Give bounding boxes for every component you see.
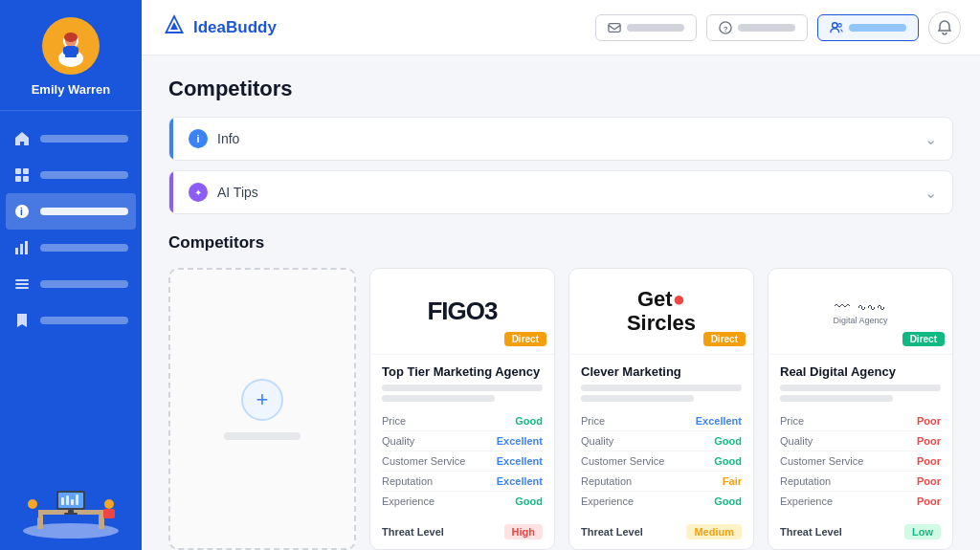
header: IdeaBuddy ? [142,0,980,55]
realdigital-desc-bar-2 [780,395,893,402]
sidebar-nav: i [0,111,142,464]
getsircles-name: Clever Marketing [581,364,742,379]
chart-icon [13,239,31,256]
figo3-direct-badge: Direct [504,332,546,346]
svg-text:?: ? [724,24,728,33]
help-icon: ? [719,21,732,34]
logo-icon [161,12,188,43]
realdigital-metric-price: Price Poor [780,411,941,431]
figo3-desc-bar-2 [382,395,495,402]
realdigital-logo-area: 〰 ∿∿∿ Digital Agency Direct [768,269,952,355]
list-icon [13,275,31,293]
sidebar-profile: Emily Warren [0,0,142,111]
mail-button[interactable] [595,14,697,41]
sidebar-illustration [13,464,128,540]
info-panel: i Info ⌄ [168,117,953,161]
logo: IdeaBuddy [161,12,277,43]
svg-rect-35 [71,499,74,505]
getsircles-logo-area: Get● Sircles Direct [569,269,753,355]
sidebar-username: Emily Warren [32,82,111,97]
realdigital-metric-customer-service: Customer Service Poor [780,451,941,472]
getsircles-metrics: Price Excellent Quality Good Customer Se… [581,411,742,511]
add-button[interactable]: + [241,379,283,421]
page-content: Competitors i Info ⌄ ✦ AI Tips ⌄ Competi… [142,55,980,550]
users-button[interactable] [817,14,919,41]
getsircles-logo: Get● Sircles [627,288,696,334]
notifications-button[interactable] [928,11,961,44]
svg-point-29 [28,499,37,509]
realdigital-card-body: Real Digital Agency Price Poor Quality P… [768,355,952,549]
bell-icon [937,20,952,35]
getsircles-direct-badge: Direct [703,332,746,346]
sidebar-item-info[interactable]: i [6,193,136,230]
ai-tips-panel-header[interactable]: ✦ AI Tips ⌄ [169,171,952,213]
add-label-bar [224,432,301,440]
users-icon [830,21,843,34]
svg-rect-18 [15,279,29,281]
info-panel-header[interactable]: i Info ⌄ [169,118,952,160]
svg-rect-32 [103,509,115,518]
figo3-metrics: Price Good Quality Excellent Customer Se… [382,411,543,511]
svg-rect-36 [76,495,78,505]
logo-text: IdeaBuddy [193,18,277,37]
header-actions: ? [595,11,961,44]
info-chevron-icon: ⌄ [924,130,937,148]
figo3-logo-area: FIGO3 Direct [370,269,554,355]
realdigital-logo: 〰 ∿∿∿ Digital Agency [833,298,887,325]
sidebar-item-home[interactable] [0,121,142,157]
svg-rect-15 [15,248,18,254]
bookmark-icon [13,312,31,329]
svg-rect-11 [15,176,21,182]
getsircles-desc-bar-1 [581,385,742,391]
competitor-card-getsircles: Get● Sircles Direct Clever Marketing Pri… [568,268,754,550]
sidebar-item-grid[interactable] [0,157,142,193]
sidebar-item-list[interactable] [0,266,142,302]
competitor-card-figo3: FIGO3 Direct Top Tier Marketing Agency P… [369,268,555,550]
ai-tips-panel: ✦ AI Tips ⌄ [168,170,953,214]
figo3-name: Top Tier Marketing Agency [382,364,543,379]
realdigital-desc-bar-1 [780,385,941,391]
realdigital-direct-badge: Direct [902,332,945,346]
ai-tips-label: AI Tips [217,185,915,200]
figo3-card-body: Top Tier Marketing Agency Price Good Qua… [370,355,554,549]
add-competitor-card[interactable]: + [168,268,356,550]
realdigital-name: Real Digital Agency [780,364,941,379]
info-icon: i [13,203,31,220]
svg-point-43 [833,22,837,27]
getsircles-metric-experience: Experience Good [581,492,742,511]
svg-rect-28 [64,513,78,515]
realdigital-metrics: Price Poor Quality Poor Customer Service… [780,411,941,511]
svg-point-44 [838,23,842,27]
avatar [42,17,100,75]
svg-rect-9 [15,168,21,174]
ai-tips-chevron-icon: ⌄ [924,184,937,202]
figo3-metric-reputation: Reputation Excellent [382,472,543,492]
realdigital-metric-experience: Experience Poor [780,492,941,511]
help-button[interactable]: ? [706,14,808,41]
competitors-cards-row: + FIGO3 Direct Top Tier Marketing Agency [168,268,953,550]
page-title: Competitors [168,77,953,101]
svg-rect-40 [609,23,620,32]
svg-text:i: i [20,207,23,217]
svg-rect-34 [66,495,69,505]
getsircles-threat-row: Threat Level Medium [581,518,742,539]
grid-icon [13,166,31,184]
competitors-section: Competitors + FIGO3 Direct Top Tier Mark… [168,233,953,550]
getsircles-metric-customer-service: Customer Service Good [581,451,742,472]
svg-rect-30 [27,509,38,518]
svg-rect-12 [23,176,29,182]
svg-rect-7 [65,52,77,57]
svg-point-8 [64,33,78,42]
sidebar-item-bookmark[interactable] [0,302,142,339]
main-content: IdeaBuddy ? [142,0,980,550]
svg-rect-16 [20,244,23,254]
svg-rect-20 [15,287,29,289]
svg-rect-17 [25,241,28,254]
info-panel-label: Info [217,131,915,146]
svg-rect-10 [23,168,29,174]
getsircles-card-body: Clever Marketing Price Excellent Quality… [569,355,753,549]
realdigital-metric-quality: Quality Poor [780,431,941,451]
realdigital-threat-row: Threat Level Low [780,518,941,539]
sidebar-item-chart[interactable] [0,230,142,266]
getsircles-metric-reputation: Reputation Fair [581,472,742,492]
